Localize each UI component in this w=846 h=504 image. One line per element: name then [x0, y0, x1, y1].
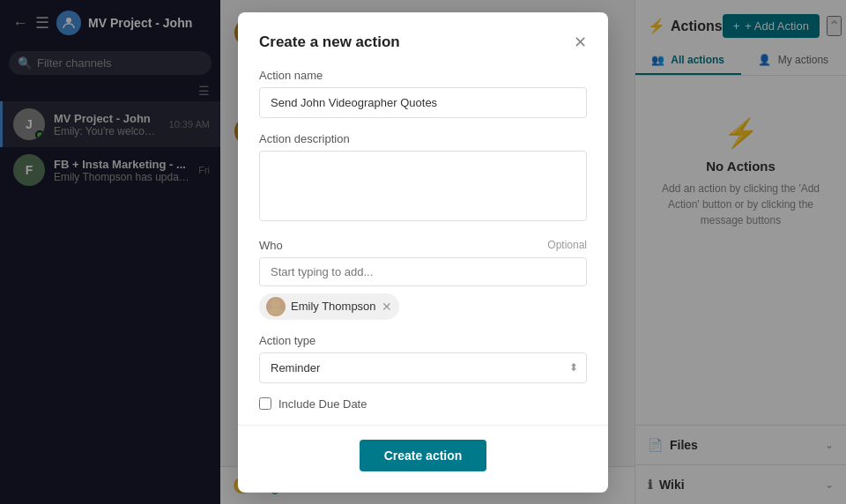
- create-action-button[interactable]: Create action: [360, 440, 487, 471]
- tag-label: Emily Thompson: [291, 300, 376, 313]
- who-input[interactable]: [259, 257, 587, 286]
- action-name-input[interactable]: [259, 87, 587, 118]
- modal-overlay: Create a new action ✕ Action name Action…: [0, 0, 846, 504]
- modal-footer: Create action: [259, 440, 587, 471]
- modal-divider: [238, 425, 608, 426]
- action-description-input[interactable]: [259, 151, 587, 221]
- assigned-user-tag: Emily Thompson ✕: [259, 293, 399, 320]
- action-type-group: Action type Reminder Task Note: [259, 334, 587, 383]
- modal-close-button[interactable]: ✕: [574, 34, 587, 50]
- tags-row: Emily Thompson ✕: [259, 293, 587, 320]
- action-description-group: Action description: [259, 132, 587, 225]
- action-type-label: Action type: [259, 334, 587, 347]
- due-date-label[interactable]: Include Due Date: [278, 397, 367, 411]
- tag-avatar: [266, 297, 286, 316]
- action-name-label: Action name: [259, 69, 587, 82]
- action-description-label: Action description: [259, 132, 587, 145]
- tag-remove-button[interactable]: ✕: [382, 300, 392, 313]
- action-type-select[interactable]: Reminder Task Note: [259, 352, 587, 383]
- who-label-text: Who: [259, 239, 283, 252]
- who-label: Who Optional: [259, 239, 587, 252]
- who-group: Who Optional Emily Thompson ✕: [259, 239, 587, 320]
- create-action-modal: Create a new action ✕ Action name Action…: [238, 12, 608, 493]
- modal-title: Create a new action: [259, 33, 400, 51]
- who-optional-text: Optional: [547, 239, 587, 251]
- action-type-select-wrapper: Reminder Task Note: [259, 352, 587, 383]
- due-date-group: Include Due Date: [259, 397, 587, 411]
- action-name-group: Action name: [259, 69, 587, 118]
- svg-point-1: [271, 300, 280, 308]
- due-date-checkbox[interactable]: [259, 397, 271, 410]
- modal-header: Create a new action ✕: [259, 33, 587, 51]
